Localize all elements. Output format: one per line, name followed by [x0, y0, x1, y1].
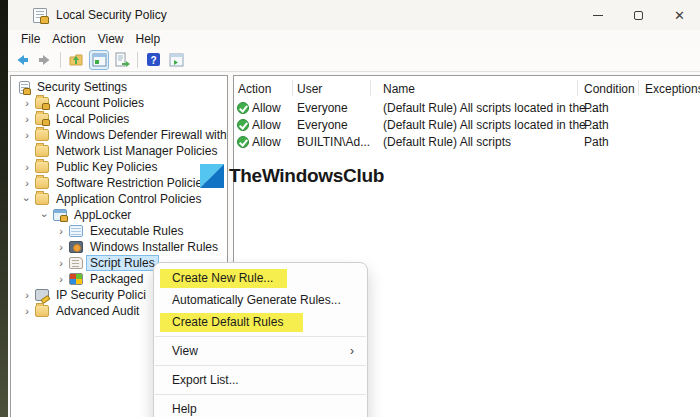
- ip-security-icon: [35, 289, 49, 301]
- tree-item-public-key-policies[interactable]: › Public Key Policies: [11, 159, 227, 175]
- menu-action[interactable]: Action: [46, 31, 91, 47]
- chevron-down-icon[interactable]: ›: [37, 210, 53, 221]
- security-settings-icon: [19, 81, 30, 94]
- chevron-right-icon[interactable]: ›: [53, 242, 69, 253]
- list-header: Action User Name Condition Exceptions: [234, 76, 700, 100]
- column-header-name[interactable]: Name: [383, 82, 415, 96]
- menu-item-create-new-rule[interactable]: Create New Rule...: [154, 267, 367, 289]
- toolbar-separator: [137, 52, 138, 68]
- thewindowsclub-logo-icon: [200, 164, 224, 188]
- back-icon[interactable]: [12, 50, 32, 70]
- tree-item-account-policies[interactable]: › Account Policies: [11, 95, 227, 111]
- column-header-condition[interactable]: Condition: [584, 82, 635, 96]
- script-rules-icon: [69, 257, 83, 269]
- tree-item-local-policies[interactable]: › Local Policies: [11, 111, 227, 127]
- forward-icon[interactable]: [35, 50, 55, 70]
- chevron-right-icon[interactable]: ›: [19, 306, 35, 317]
- close-button[interactable]: ✕: [659, 0, 700, 30]
- thewindowsclub-watermark: TheWindowsClub: [200, 164, 384, 188]
- close-icon: ✕: [674, 9, 685, 22]
- table-row[interactable]: Allow Everyone (Default Rule) All script…: [234, 100, 700, 117]
- menu-separator: [155, 336, 366, 337]
- tree-item-application-control[interactable]: › Application Control Policies: [11, 191, 227, 207]
- tree-item-security-settings[interactable]: Security Settings: [11, 79, 227, 95]
- installer-rules-icon: [69, 241, 83, 253]
- folder-icon: [35, 305, 49, 317]
- action-pane-icon[interactable]: [166, 50, 186, 70]
- applocker-icon: [53, 209, 67, 221]
- yellow-highlight: Create Default Rules: [160, 313, 303, 332]
- allow-check-icon: [237, 136, 249, 148]
- menu-file[interactable]: File: [15, 31, 46, 47]
- tree-item-applocker[interactable]: › AppLocker: [11, 207, 227, 223]
- packaged-app-rules-icon: [69, 273, 83, 285]
- chevron-right-icon[interactable]: ›: [19, 178, 35, 189]
- folder-icon: [35, 129, 49, 141]
- desktop-background-edge: [0, 0, 8, 417]
- folder-icon: [35, 161, 49, 173]
- column-header-exceptions[interactable]: Exceptions: [645, 82, 700, 96]
- export-list-icon[interactable]: [112, 50, 132, 70]
- chevron-right-icon[interactable]: ›: [19, 290, 35, 301]
- executable-rules-icon: [69, 225, 83, 237]
- menu-item-view[interactable]: View ›: [154, 340, 367, 362]
- folder-icon: [35, 177, 49, 189]
- menu-help[interactable]: Help: [130, 31, 167, 47]
- watermark-text: TheWindowsClub: [229, 165, 384, 187]
- table-row[interactable]: Allow Everyone (Default Rule) All script…: [234, 117, 700, 134]
- minimize-button[interactable]: [577, 0, 618, 30]
- minimize-icon: [593, 15, 603, 16]
- tree-item-network-list-manager[interactable]: › Network List Manager Policies: [11, 143, 227, 159]
- chevron-down-icon[interactable]: ›: [19, 194, 35, 205]
- column-header-user[interactable]: User: [297, 82, 322, 96]
- allow-check-icon: [237, 119, 249, 131]
- toolbar-separator: [60, 52, 61, 68]
- yellow-highlight: Create New Rule...: [160, 269, 287, 288]
- chevron-right-icon[interactable]: ›: [19, 114, 35, 125]
- menu-separator: [155, 394, 366, 395]
- chevron-right-icon[interactable]: ›: [53, 274, 69, 285]
- maximize-button[interactable]: [618, 0, 659, 30]
- folder-icon: [35, 145, 49, 157]
- local-security-policy-window: Local Security Policy ✕ File Action View…: [8, 0, 700, 417]
- folder-lock-icon: [35, 113, 49, 125]
- help-icon[interactable]: ?: [143, 50, 163, 70]
- app-lock-document-icon: [33, 8, 47, 23]
- maximize-icon: [634, 11, 643, 20]
- menu-separator: [155, 365, 366, 366]
- chevron-right-icon[interactable]: ›: [19, 130, 35, 141]
- menu-item-automatically-generate-rules[interactable]: Automatically Generate Rules...: [154, 289, 367, 311]
- tree-item-software-restriction[interactable]: › Software Restriction Policies: [11, 175, 227, 191]
- menu-bar: File Action View Help: [8, 30, 700, 48]
- tree-item-executable-rules[interactable]: › Executable Rules: [11, 223, 227, 239]
- column-header-action[interactable]: Action: [238, 82, 271, 96]
- chevron-right-icon[interactable]: ›: [53, 226, 69, 237]
- title-bar: Local Security Policy ✕: [8, 0, 700, 30]
- context-menu: Create New Rule... Automatically Generat…: [153, 262, 368, 417]
- toolbar: ?: [8, 48, 700, 72]
- menu-item-create-default-rules[interactable]: Create Default Rules: [154, 311, 367, 333]
- chevron-right-icon[interactable]: ›: [19, 162, 35, 173]
- console-window-icon[interactable]: [89, 50, 109, 70]
- svg-text:?: ?: [150, 55, 156, 66]
- window-title: Local Security Policy: [56, 8, 167, 22]
- tree-item-windows-installer-rules[interactable]: › Windows Installer Rules: [11, 239, 227, 255]
- table-row[interactable]: Allow BUILTIN\Ad... (Default Rule) All s…: [234, 134, 700, 151]
- menu-item-help[interactable]: Help: [154, 398, 367, 417]
- up-folder-icon[interactable]: [66, 50, 86, 70]
- tree-item-windows-defender-firewall[interactable]: › Windows Defender Firewall with Adva: [11, 127, 227, 143]
- folder-icon: [35, 193, 49, 205]
- menu-view[interactable]: View: [92, 31, 130, 47]
- folder-lock-icon: [35, 97, 49, 109]
- menu-item-export-list[interactable]: Export List...: [154, 369, 367, 391]
- chevron-right-icon[interactable]: ›: [19, 98, 35, 109]
- chevron-right-icon[interactable]: ›: [53, 258, 69, 269]
- submenu-chevron-icon: ›: [350, 344, 354, 358]
- allow-check-icon: [237, 102, 249, 114]
